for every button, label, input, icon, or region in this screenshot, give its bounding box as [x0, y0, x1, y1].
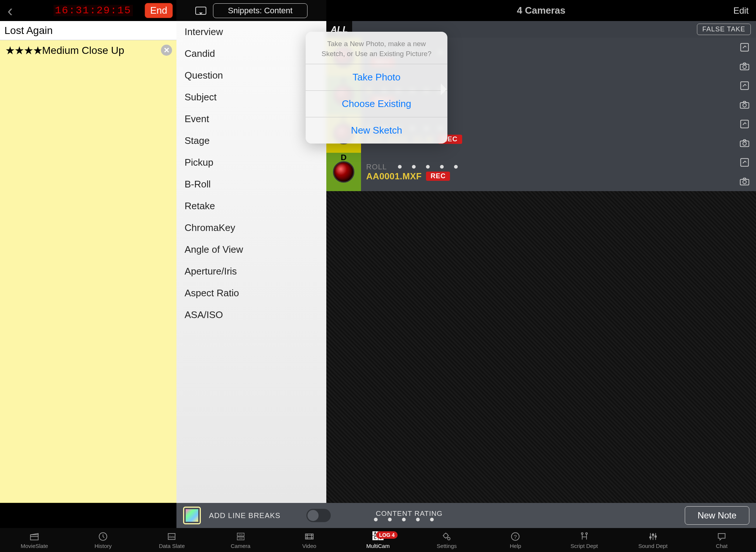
svg-rect-20 [305, 534, 313, 539]
popover-option[interactable]: Choose Existing [306, 90, 447, 117]
popover-option[interactable]: New Sketch [306, 117, 447, 144]
snippet-item[interactable]: ASA/ISO [176, 304, 326, 326]
tab-multicam[interactable]: ABCDMultiCamLOG 4 [344, 528, 412, 552]
snippet-item[interactable]: Question [176, 65, 326, 86]
svg-rect-3 [741, 82, 749, 90]
svg-point-27 [649, 537, 651, 538]
content-rating-label: CONTENT RATING [376, 510, 443, 518]
video-icon [304, 531, 315, 542]
photo-popover: Take a New Photo, make a new Sketch, or … [306, 32, 447, 144]
svg-point-29 [654, 535, 656, 537]
clip-name: AA0001.MXF [366, 171, 422, 182]
snippet-item[interactable]: Stage [176, 130, 326, 152]
note-title: Lost Again [0, 21, 176, 40]
tab-video[interactable]: Video [275, 528, 344, 552]
tab-movieslate[interactable]: MovieSlate [0, 528, 69, 552]
edit-icon[interactable] [738, 42, 751, 52]
edit-icon[interactable] [738, 80, 751, 91]
camera-icon[interactable] [738, 61, 751, 72]
help-icon: ? [510, 531, 520, 542]
snippet-item[interactable]: Angle of View [176, 239, 326, 261]
snippet-item[interactable]: Retake [176, 195, 326, 217]
sound-dept-icon [648, 531, 658, 542]
svg-text:F14: F14 [239, 533, 243, 535]
new-note-button[interactable]: New Note [685, 506, 749, 525]
chat-icon [717, 531, 727, 542]
camera-row[interactable]: D ROLL AA0001.MXF REC [326, 153, 756, 191]
camera-icon[interactable] [738, 100, 751, 110]
snippets-list: InterviewCandidQuestionSubjectEventStage… [176, 21, 326, 503]
settings-icon [441, 531, 452, 542]
tab-data-slate[interactable]: dataData Slate [137, 528, 206, 552]
line-breaks-toggle[interactable] [306, 509, 331, 522]
timecode-display: 16:31:29:15 [54, 5, 133, 16]
snippet-item[interactable]: ChromaKey [176, 217, 326, 239]
movieslate-icon [29, 531, 39, 542]
popover-header: Take a New Photo, make a new Sketch, or … [306, 32, 447, 64]
svg-text:data: data [169, 535, 175, 538]
tab-help[interactable]: ?Help [481, 528, 550, 552]
note-area[interactable]: ★★★★ Medium Close Up ✕ [0, 40, 176, 503]
svg-text:1/60: 1/60 [238, 537, 243, 539]
camera-icon: F141/60 [236, 531, 246, 542]
snippet-item[interactable]: Event [176, 108, 326, 130]
edit-icon[interactable] [738, 119, 751, 129]
svg-point-5 [743, 104, 746, 107]
clear-note-button[interactable]: ✕ [161, 45, 172, 56]
popover-option[interactable]: Take Photo [306, 64, 447, 90]
keyboard-icon[interactable] [195, 7, 206, 15]
rating-stars: ★★★★ [5, 44, 42, 57]
tab-chat[interactable]: Chat [687, 528, 756, 552]
svg-point-28 [652, 534, 654, 536]
tab-history[interactable]: History [69, 528, 137, 552]
svg-text:?: ? [514, 533, 517, 539]
lens-icon [333, 161, 354, 183]
snippet-item[interactable]: Interview [176, 21, 326, 43]
tab-settings[interactable]: Settings [412, 528, 481, 552]
svg-point-8 [743, 142, 746, 145]
end-button[interactable]: End [145, 3, 173, 18]
back-button[interactable]: ‹ [4, 1, 17, 20]
camera-icon[interactable] [738, 176, 751, 187]
tab-camera[interactable]: F141/60Camera [206, 528, 275, 552]
svg-point-21 [444, 533, 448, 538]
data-slate-icon: data [166, 531, 177, 542]
note-text: Medium Close Up [42, 45, 124, 56]
tab-sound-dept[interactable]: Sound Dept [619, 528, 687, 552]
snippet-item[interactable]: Pickup [176, 152, 326, 173]
snippet-item[interactable]: Candid [176, 43, 326, 65]
svg-point-2 [743, 65, 746, 69]
svg-point-25 [581, 532, 583, 534]
svg-point-26 [585, 532, 587, 534]
add-line-breaks-label: ADD LINE BREAKS [209, 511, 281, 520]
cameras-title: 4 Cameras [517, 5, 566, 16]
edit-button[interactable]: Edit [733, 6, 749, 16]
svg-rect-6 [741, 120, 749, 128]
empty-area [326, 191, 756, 503]
script-dept-icon [579, 531, 590, 542]
tab-script-dept[interactable]: Script Dept [550, 528, 619, 552]
snippet-item[interactable]: Aspect Ratio [176, 282, 326, 304]
content-rating-dots[interactable] [374, 518, 434, 521]
camera-icon[interactable] [738, 138, 751, 148]
svg-point-11 [743, 180, 746, 184]
edit-icon[interactable] [738, 157, 751, 168]
svg-point-22 [448, 537, 450, 540]
svg-rect-12 [31, 535, 38, 540]
svg-rect-0 [741, 44, 749, 51]
svg-rect-9 [741, 159, 749, 166]
rec-badge: REC [426, 172, 450, 181]
false-take-button[interactable]: FALSE TAKE [697, 24, 751, 35]
snippet-item[interactable]: B-Roll [176, 173, 326, 195]
snippet-item[interactable]: Aperture/Iris [176, 261, 326, 282]
snippet-item[interactable]: Subject [176, 86, 326, 108]
log-badge: LOG 4 [376, 531, 398, 539]
snippets-dropdown[interactable]: Snippets: Content [213, 3, 308, 18]
history-icon [98, 531, 108, 542]
color-swatch-button[interactable] [183, 507, 201, 524]
